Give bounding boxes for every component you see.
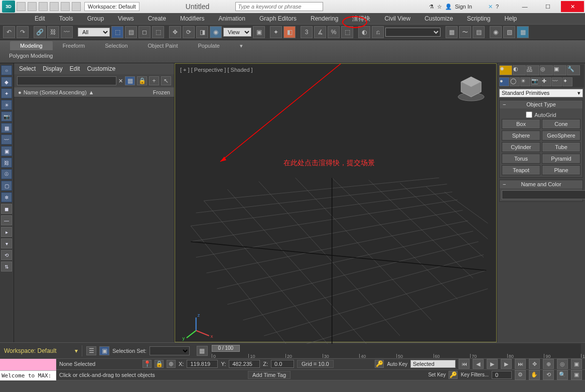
material-editor-button[interactable]: ◉ bbox=[490, 26, 502, 38]
x-coord-input[interactable] bbox=[187, 360, 218, 368]
display-all-icon[interactable]: ○ bbox=[1, 65, 12, 75]
key-mode-dropdown[interactable]: Selected bbox=[410, 360, 456, 368]
app-logo-icon[interactable]: 3D bbox=[2, 1, 15, 13]
tube-button[interactable]: Tube bbox=[542, 142, 580, 152]
sort-icon[interactable]: ⇅ bbox=[1, 262, 12, 272]
layers-icon[interactable]: ☰ bbox=[86, 346, 96, 355]
nav-icon-4[interactable]: ▣ bbox=[571, 359, 582, 369]
create-tab-icon[interactable]: ✸ bbox=[499, 65, 512, 75]
favorite-icon[interactable]: ☆ bbox=[437, 4, 442, 10]
menu-animation[interactable]: Animation bbox=[212, 14, 252, 23]
play-button[interactable]: ▶ bbox=[487, 359, 498, 369]
viewcube[interactable] bbox=[456, 73, 486, 103]
explorer-tab-display[interactable]: Display bbox=[43, 65, 62, 72]
link-button[interactable]: 🔗 bbox=[34, 26, 46, 38]
max-toggle-button[interactable]: ▣ bbox=[571, 370, 582, 380]
shapes-filter-icon[interactable]: ✦ bbox=[1, 88, 12, 98]
expand-all-icon[interactable]: ▸ bbox=[1, 227, 12, 237]
lights-filter-icon[interactable]: ☀ bbox=[1, 100, 12, 110]
prev-frame-button[interactable]: ◀ bbox=[473, 359, 484, 369]
selection-filter-dropdown[interactable]: All bbox=[78, 28, 110, 37]
nav-icon-2[interactable]: ⊕ bbox=[543, 359, 554, 369]
save-file-icon[interactable] bbox=[39, 2, 48, 11]
layer-button[interactable]: ▦ bbox=[446, 26, 458, 38]
menu-scripting[interactable]: Scripting bbox=[460, 14, 498, 23]
motion-tab-icon[interactable]: ◎ bbox=[540, 65, 553, 75]
spacewarps-icon[interactable]: 〰 bbox=[552, 77, 562, 86]
clear-search-icon[interactable]: ✕ bbox=[118, 78, 123, 84]
collapse-all-icon[interactable]: ▾ bbox=[1, 238, 12, 248]
pivot-button[interactable]: ▣ bbox=[253, 26, 265, 38]
keyboard-shortcut-button[interactable]: ◧ bbox=[283, 26, 296, 38]
next-frame-button[interactable]: ▶ bbox=[501, 359, 512, 369]
user-icon[interactable]: 👤 bbox=[445, 4, 452, 10]
undo-icon[interactable] bbox=[50, 2, 59, 11]
maximize-button[interactable]: ☐ bbox=[538, 1, 558, 12]
ribbon-collapse-icon[interactable]: ▾ bbox=[230, 41, 253, 51]
goto-start-button[interactable]: ⏮ bbox=[459, 359, 470, 369]
nav-icon-3[interactable]: ◎ bbox=[557, 359, 568, 369]
menu-rendering[interactable]: Rendering bbox=[304, 14, 345, 23]
plane-button[interactable]: Plane bbox=[542, 165, 580, 175]
pan-button[interactable]: ✋ bbox=[529, 370, 540, 380]
named-sel-button[interactable]: ◐ bbox=[358, 26, 370, 38]
explorer-tab-select[interactable]: Select bbox=[19, 65, 36, 72]
ribbon-tab-freeform[interactable]: Freeform bbox=[53, 41, 95, 50]
keyfilters-button[interactable]: Key Filters... bbox=[461, 372, 489, 377]
geometry-filter-icon[interactable]: ◆ bbox=[1, 77, 12, 87]
redo-icon[interactable] bbox=[61, 2, 70, 11]
rotate-button[interactable]: ⟳ bbox=[183, 26, 195, 38]
ref-coord-dropdown[interactable]: View bbox=[223, 28, 251, 37]
scale-button[interactable]: ◨ bbox=[196, 26, 208, 38]
hidden-filter-icon[interactable]: ◼ bbox=[1, 204, 12, 214]
named-selection-dropdown[interactable] bbox=[385, 28, 441, 37]
object-category-dropdown[interactable]: Standard Primitives▾ bbox=[499, 89, 583, 97]
shapes-icon[interactable]: ◯ bbox=[510, 77, 520, 86]
schematic-button[interactable]: ▤ bbox=[473, 26, 485, 38]
menu-graph-editors[interactable]: Graph Editors bbox=[252, 14, 304, 23]
explorer-tab-customize[interactable]: Customize bbox=[87, 65, 115, 72]
maxscript-listener[interactable]: Welcome to MAX: bbox=[0, 370, 56, 380]
link-icon[interactable] bbox=[72, 2, 81, 11]
helpers-icon[interactable]: ✚ bbox=[541, 77, 551, 86]
workspace-dropdown[interactable]: Workspace: Default bbox=[84, 2, 139, 11]
cameras-icon[interactable]: 📷 bbox=[531, 77, 541, 86]
explorer-search-input[interactable] bbox=[17, 76, 116, 85]
ribbon-tab-modeling[interactable]: Modeling bbox=[10, 41, 53, 50]
rollout-header-namecolor[interactable]: −Name and Color bbox=[500, 180, 582, 188]
signin-link[interactable]: Sign In bbox=[455, 4, 472, 10]
view-mode-icon[interactable]: ▦ bbox=[125, 76, 135, 85]
menu-customize[interactable]: Customize bbox=[417, 14, 460, 23]
menu-help[interactable]: Help bbox=[498, 14, 524, 23]
pick-icon[interactable]: ↖ bbox=[161, 76, 171, 85]
ribbon-tab-object-paint[interactable]: Object Paint bbox=[138, 41, 188, 50]
ribbon-panel-label[interactable]: Polygon Modeling bbox=[0, 51, 585, 59]
menu-create[interactable]: Create bbox=[141, 14, 173, 23]
xrefs-filter-icon[interactable]: ⛓ bbox=[1, 158, 12, 168]
help-search-input[interactable] bbox=[235, 2, 323, 11]
move-button[interactable]: ✥ bbox=[169, 26, 181, 38]
pin-icon[interactable]: 📍 bbox=[142, 360, 152, 368]
teapot-button[interactable]: Teapot bbox=[502, 165, 540, 175]
menu-modifiers[interactable]: Modifiers bbox=[173, 14, 212, 23]
undo-button[interactable]: ↶ bbox=[3, 26, 15, 38]
explorer-tree[interactable] bbox=[14, 97, 174, 342]
frozen-filter-icon[interactable]: ❄ bbox=[1, 192, 12, 202]
curve-editor-button[interactable]: 〜 bbox=[459, 26, 471, 38]
menu-views[interactable]: Views bbox=[111, 14, 141, 23]
nav-icon-1[interactable]: ✥ bbox=[529, 359, 540, 369]
viewport[interactable]: [ + ] [ Perspective ] [ Shaded ] bbox=[175, 63, 497, 342]
bone-filter-icon[interactable]: ⦾ bbox=[1, 169, 12, 179]
menu-civil-view[interactable]: Civil View bbox=[377, 14, 417, 23]
select-region-button[interactable]: ◻ bbox=[138, 26, 151, 38]
time-ruler[interactable]: 0 / 100 0102030405060708090100 bbox=[212, 344, 581, 358]
redo-button[interactable]: ↷ bbox=[17, 26, 29, 38]
help-icon[interactable]: ? bbox=[496, 4, 499, 10]
z-coord-input[interactable] bbox=[271, 360, 294, 368]
pyramid-button[interactable]: Pyramid bbox=[542, 154, 580, 164]
close-button[interactable]: ✕ bbox=[561, 1, 584, 12]
workspace-indicator[interactable]: Workspace: Default▾ bbox=[0, 345, 82, 356]
zoom-button[interactable]: 🔍 bbox=[557, 370, 568, 380]
add-icon[interactable]: + bbox=[149, 76, 159, 85]
time-config-button[interactable]: ⚙ bbox=[515, 370, 526, 380]
